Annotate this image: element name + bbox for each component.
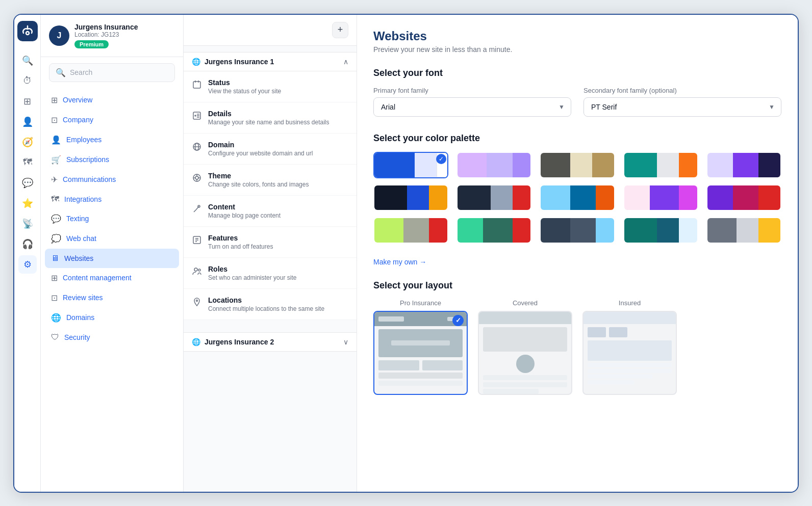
color-swatch[interactable] xyxy=(373,217,448,244)
rail-clock-icon[interactable]: ⏱ xyxy=(18,72,37,90)
menu-item-locations[interactable]: Locations Connect multiple locations to … xyxy=(184,289,357,320)
rail-headset-icon[interactable]: 🎧 xyxy=(18,235,37,253)
domains-icon: 🌐 xyxy=(51,313,61,323)
font-section-title: Select your font xyxy=(373,68,781,78)
features-icon xyxy=(192,235,202,248)
rail-grid-icon[interactable]: ⊞ xyxy=(18,92,37,111)
menu-item-details[interactable]: Details Manage your site name and busine… xyxy=(184,102,357,134)
menu-item-status[interactable]: Status View the status of your site xyxy=(184,71,357,102)
rail-person-icon[interactable]: 👤 xyxy=(18,113,37,131)
sidebar-item-texting[interactable]: 💬 Texting xyxy=(45,209,179,229)
sidebar-item-label: Employees xyxy=(66,136,102,144)
account-name: Jurgens Insurance xyxy=(74,23,175,31)
menu-item-roles-desc: Set who can administer your site xyxy=(208,274,296,281)
search-box[interactable]: 🔍 xyxy=(49,63,175,82)
domain-icon xyxy=(192,142,202,154)
menu-item-locations-desc: Connect multiple locations to the same s… xyxy=(208,305,324,312)
menu-item-theme[interactable]: Theme Change site colors, fonts and imag… xyxy=(184,165,357,196)
menu-item-domain-title: Domain xyxy=(208,141,313,149)
layout-options: Pro Insurance ✓ xyxy=(373,299,781,395)
rail-send-icon[interactable]: 🧭 xyxy=(18,133,37,151)
search-icon: 🔍 xyxy=(56,68,66,77)
rail-signal-icon[interactable]: 📡 xyxy=(18,215,37,233)
sidebar-item-label: Domains xyxy=(66,313,94,322)
premium-badge: Premium xyxy=(74,40,109,48)
sidebar-item-webchat[interactable]: 💭 Web chat xyxy=(45,229,179,249)
roles-icon xyxy=(192,266,202,279)
secondary-font-select-wrapper[interactable]: PT Serif Arial Helvetica Georgia Times N… xyxy=(583,97,781,117)
sidebar-item-integrations[interactable]: 🗺 Integrations xyxy=(45,190,179,209)
sidebar-item-communications[interactable]: ✈ Communications xyxy=(45,170,179,190)
rail-chat-icon[interactable]: 💬 xyxy=(18,174,37,192)
chevron-up-icon: ∧ xyxy=(343,58,348,66)
color-swatch[interactable] xyxy=(623,217,698,244)
color-swatch[interactable] xyxy=(623,184,698,211)
menu-item-content-desc: Manage blog page content xyxy=(208,212,281,219)
svg-point-5 xyxy=(195,115,196,116)
primary-font-select-wrapper[interactable]: Arial Helvetica Georgia Times New Roman … xyxy=(373,97,571,117)
secondary-font-group: Secondary font family (optional) PT Seri… xyxy=(583,87,781,117)
menu-item-theme-title: Theme xyxy=(208,172,309,180)
color-swatch[interactable]: ✓ xyxy=(373,152,448,178)
sidebar-item-content-management[interactable]: ⊞ Content management xyxy=(45,268,179,288)
layout-preview-covered[interactable] xyxy=(478,311,572,395)
rail-map-icon[interactable]: 🗺 xyxy=(18,153,37,172)
site-1-header[interactable]: 🌐 Jurgens Insurance 1 ∧ xyxy=(184,52,357,71)
sidebar-item-websites[interactable]: 🖥 Websites xyxy=(45,249,179,268)
secondary-font-select[interactable]: PT Serif Arial Helvetica Georgia Times N… xyxy=(584,98,781,116)
color-swatch[interactable] xyxy=(456,184,531,211)
color-swatch[interactable] xyxy=(623,152,698,178)
rail-gear-icon[interactable]: ⚙ xyxy=(18,255,37,274)
color-swatch[interactable] xyxy=(540,184,615,211)
sidebar-item-label: Texting xyxy=(66,215,89,223)
menu-item-features[interactable]: Features Turn on and off features xyxy=(184,227,357,258)
sidebar-item-domains[interactable]: 🌐 Domains xyxy=(45,308,179,328)
site-section-1: 🌐 Jurgens Insurance 1 ∧ Status View the … xyxy=(184,52,357,320)
overview-icon: ⊞ xyxy=(51,95,58,105)
rail-search-icon[interactable]: 🔍 xyxy=(18,51,37,70)
sidebar-item-security[interactable]: 🛡 Security xyxy=(45,328,179,347)
menu-item-content[interactable]: Content Manage blog page content xyxy=(184,196,357,227)
menu-item-roles[interactable]: Roles Set who can administer your site xyxy=(184,258,357,289)
color-swatch[interactable] xyxy=(706,152,781,178)
menu-item-domain[interactable]: Domain Configure your website domain and… xyxy=(184,134,357,165)
site-2-globe-icon: 🌐 xyxy=(192,338,200,346)
menu-item-content-title: Content xyxy=(208,203,281,211)
color-swatch[interactable] xyxy=(373,184,448,211)
site-globe-icon: 🌐 xyxy=(192,58,200,66)
subscriptions-icon: 🛒 xyxy=(51,155,61,165)
sidebar-item-overview[interactable]: ⊞ Overview xyxy=(45,90,179,110)
content-icon xyxy=(192,204,202,217)
details-icon xyxy=(192,111,202,123)
sidebar-item-label: Company xyxy=(63,116,93,124)
search-input[interactable] xyxy=(70,68,168,76)
sidebar-item-employees[interactable]: 👤 Employees xyxy=(45,130,179,150)
color-swatch[interactable] xyxy=(456,217,531,244)
layout-preview-pro-insurance[interactable]: ✓ xyxy=(373,311,468,395)
site-2-header[interactable]: 🌐 Jurgens Insurance 2 ∨ xyxy=(184,332,357,352)
rail-star-icon[interactable]: ⭐ xyxy=(18,194,37,212)
menu-item-theme-desc: Change site colors, fonts and images xyxy=(208,181,309,188)
color-swatch[interactable] xyxy=(706,217,781,244)
app-logo[interactable] xyxy=(17,21,38,41)
color-swatch[interactable] xyxy=(540,152,615,178)
primary-font-label: Primary font family xyxy=(373,87,571,94)
selected-check-icon: ✓ xyxy=(436,154,446,164)
site-1-name: Jurgens Insurance 1 xyxy=(205,58,274,66)
color-swatch[interactable] xyxy=(706,184,781,211)
sidebar-item-company[interactable]: ⊡ Company xyxy=(45,110,179,130)
middle-panel: + 🌐 Jurgens Insurance 1 ∧ Status xyxy=(184,15,357,492)
layout-preview-insured[interactable] xyxy=(582,311,677,395)
page-subtitle: Preview your new site in less than a min… xyxy=(373,45,781,54)
add-site-button[interactable]: + xyxy=(332,22,348,38)
color-swatch[interactable] xyxy=(456,152,531,178)
make-my-own-button[interactable]: Make my own → xyxy=(373,258,781,266)
sidebar-item-subscriptions[interactable]: 🛒 Subscriptions xyxy=(45,150,179,170)
account-header: J Jurgens Insurance Location: JG123 Prem… xyxy=(41,15,183,57)
primary-font-select[interactable]: Arial Helvetica Georgia Times New Roman … xyxy=(374,98,571,116)
layout-option-covered: Covered xyxy=(478,299,572,395)
sidebar-item-review-sites[interactable]: ⊡ Review sites xyxy=(45,288,179,308)
color-swatch[interactable] xyxy=(540,217,615,244)
sidebar-item-label: Web chat xyxy=(66,234,96,243)
layout-section-title: Select your layout xyxy=(373,280,781,291)
